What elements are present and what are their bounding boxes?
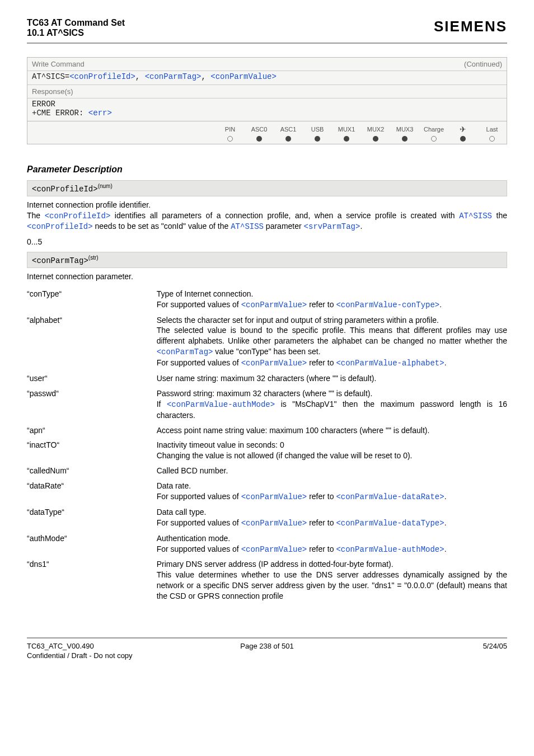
link-srvparmtag[interactable]: <srvParmTag> (304, 222, 360, 231)
link-conparmvalue[interactable]: <conParmValue> (210, 72, 277, 81)
interface-table: PINASC0ASC1USBMUX1MUX2MUX3Charge✈Last (216, 124, 507, 144)
write-command-header: Write Command (Continued) (27, 58, 507, 71)
link-conprofileid[interactable]: <conProfileId> (69, 72, 135, 81)
dot-filled-icon (315, 136, 320, 142)
command-syntax: AT^SICS=<conProfileId>, <conParmTag>, <c… (27, 71, 507, 84)
write-command-box: Write Command (Continued) AT^SICS=<conPr… (27, 57, 507, 144)
if-head-7: Charge (419, 124, 448, 135)
if-dot-2 (274, 135, 303, 144)
page-footer: TC63_ATC_V00.490 Page 238 of 501 5/24/05 (27, 637, 507, 650)
resp-error: ERROR (32, 100, 502, 109)
doc-title: TC63 AT Command Set 10.1 AT^SICS (27, 18, 125, 38)
dot-filled-icon (373, 136, 378, 142)
link-atsiss[interactable]: AT^SISS (459, 212, 492, 220)
row-dns1: “dns1“ Primary DNS server address (IP ad… (27, 557, 507, 604)
if-dot-7 (419, 135, 448, 144)
dot-filled-icon (460, 136, 466, 142)
link-atsiss-2[interactable]: AT^SISS (231, 222, 264, 231)
if-dot-4 (332, 135, 361, 144)
responses-label: Response(s) (27, 84, 507, 98)
section-parameter-description: Parameter Description (27, 165, 507, 175)
continued-label: (Continued) (464, 60, 502, 68)
page-header: TC63 AT Command Set 10.1 AT^SICS SIEMENS (27, 18, 507, 44)
if-head-9: Last (477, 124, 507, 135)
link-conparmvalue-authmode-1[interactable]: <conParmValue-authMode> (167, 400, 275, 409)
param-conprofileid-bar: <conProfileId>(num) (27, 180, 507, 196)
dot-filled-icon (402, 136, 407, 142)
if-head-5: MUX2 (361, 124, 390, 135)
interface-support-row: PINASC0ASC1USBMUX1MUX2MUX3Charge✈Last (27, 121, 507, 144)
row-datatype: “dataType“ Data call type. For supported… (27, 505, 507, 531)
row-apn: “apn“ Access point name string value: ma… (27, 423, 507, 438)
dot-empty-icon (431, 136, 437, 142)
link-conparmvalue-authmode-2[interactable]: <conParmValue-authMode> (336, 545, 444, 554)
param-conprofileid-desc: Internet connection profile identifier. … (27, 200, 507, 233)
link-conparmtag-a[interactable]: <conParmTag> (157, 348, 213, 356)
link-err[interactable]: <err> (88, 109, 112, 118)
if-head-2: ASC1 (274, 124, 303, 135)
if-head-4: MUX1 (332, 124, 361, 135)
link-conparmvalue-datatype[interactable]: <conParmValue-dataType> (336, 519, 444, 528)
footer-page: Page 238 of 501 (187, 642, 347, 650)
footer-left: TC63_ATC_V00.490 (27, 642, 187, 650)
param-conparmtag-bar: <conParmTag>(str) (27, 252, 507, 268)
dot-empty-icon (489, 136, 495, 142)
if-dot-5 (361, 135, 390, 144)
row-contype: “conType“ Type of Internet connection. F… (27, 287, 507, 313)
dot-filled-icon (256, 136, 262, 142)
if-dot-8 (448, 135, 477, 144)
airplane-icon: ✈ (460, 125, 466, 134)
dot-filled-icon (344, 136, 349, 142)
title-line2: 10.1 AT^SICS (27, 28, 125, 38)
if-head-1: ASC0 (245, 124, 274, 135)
row-alphabet: “alphabet“ Selects the character set for… (27, 313, 507, 371)
footer-confidential: Confidential / Draft - Do not copy (27, 651, 507, 660)
responses-body: ERROR +CME ERROR: <err> (27, 98, 507, 121)
write-command-label: Write Command (32, 60, 85, 68)
if-dot-3 (303, 135, 332, 144)
title-line1: TC63 AT Command Set (27, 18, 125, 28)
link-conprofileid-2[interactable]: <conProfileId> (45, 212, 111, 220)
if-head-3: USB (303, 124, 332, 135)
syntax-prefix: AT^SICS= (32, 72, 69, 81)
row-user: “user“ User name string: maximum 32 char… (27, 371, 507, 386)
row-callednum: “calledNum“ Called BCD number. (27, 463, 507, 478)
link-conparmvalue-contype[interactable]: <conParmValue-conType> (336, 300, 439, 309)
resp-cme: +CME ERROR: <err> (32, 109, 502, 118)
brand-logo: SIEMENS (434, 18, 507, 35)
link-conparmvalue-2[interactable]: <conParmValue> (241, 359, 307, 368)
link-conparmvalue-4[interactable]: <conParmValue> (241, 519, 307, 528)
link-conparmvalue-5[interactable]: <conParmValue> (241, 545, 307, 554)
dot-filled-icon (285, 136, 291, 142)
link-conparmvalue-3[interactable]: <conParmValue> (241, 492, 307, 501)
if-head-8: ✈ (448, 124, 477, 135)
param-conparmtag-intro: Internet connection parameter. (27, 271, 507, 282)
link-conparmvalue-datarate[interactable]: <conParmValue-dataRate> (336, 492, 444, 501)
if-head-0: PIN (216, 124, 245, 135)
link-conprofileid-3[interactable]: <conProfileId> (27, 222, 93, 231)
row-inactto: “inactTO“ Inactivity timeout value in se… (27, 438, 507, 463)
dot-empty-icon (227, 136, 233, 142)
if-dot-6 (390, 135, 419, 144)
if-dot-0 (216, 135, 245, 144)
row-authmode: “authMode“ Authentication mode. For supp… (27, 531, 507, 557)
row-passwd: “passwd“ Password string: maximum 32 cha… (27, 386, 507, 423)
if-dot-1 (245, 135, 274, 144)
link-conparmvalue-1[interactable]: <conParmValue> (241, 300, 307, 309)
link-conparmvalue-alphabet[interactable]: <conParmValue-alphabet> (336, 359, 444, 368)
footer-date: 5/24/05 (347, 642, 507, 650)
link-conparmtag[interactable]: <conParmTag> (145, 72, 202, 81)
if-dot-9 (477, 135, 507, 144)
if-head-6: MUX3 (390, 124, 419, 135)
param-conprofileid-range: 0...5 (27, 237, 507, 247)
conparmtag-table: “conType“ Type of Internet connection. F… (27, 287, 507, 604)
row-datarate: “dataRate“ Data rate. For supported valu… (27, 478, 507, 505)
